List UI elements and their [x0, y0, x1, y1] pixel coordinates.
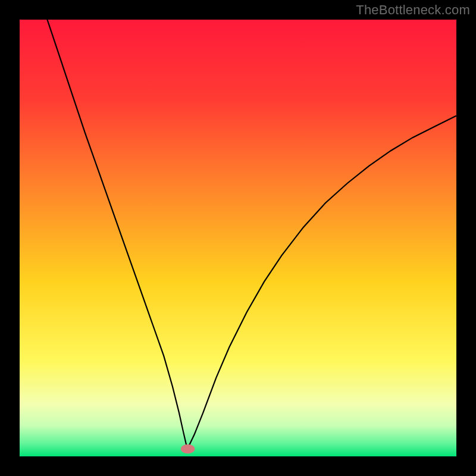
minimum-point-dot: [181, 444, 195, 453]
chart-svg: [20, 20, 456, 456]
chart-background: [20, 20, 456, 456]
chart-frame: TheBottleneck.com: [0, 0, 476, 476]
plot-area: [20, 20, 456, 456]
watermark-text: TheBottleneck.com: [356, 2, 470, 18]
